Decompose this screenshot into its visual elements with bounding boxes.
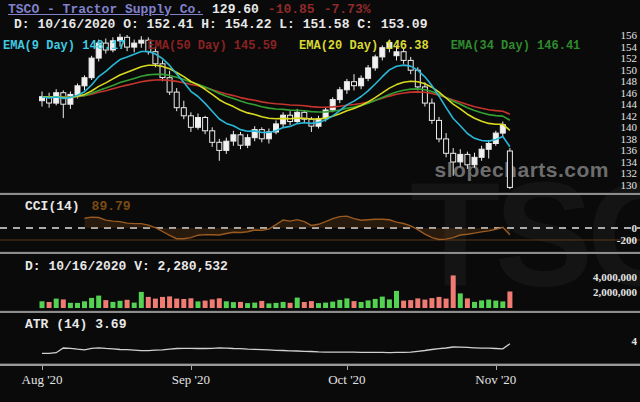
panel-separator — [0, 251, 640, 254]
symbol-link[interactable]: TSCO - Tractor Supply Co. — [8, 2, 203, 17]
price-axis-tick: 134 — [621, 156, 638, 168]
ema-legend-item: EMA(50 Day) 145.59 — [147, 39, 277, 53]
cci-value: 89.79 — [92, 199, 131, 214]
last-price: 129.60 — [212, 2, 259, 17]
panel-separator — [0, 310, 640, 313]
price-axis-tick: 146 — [621, 87, 638, 99]
price-axis-tick: 136 — [621, 144, 638, 156]
price-axis-tick: 130 — [621, 179, 638, 191]
atr-axis-tick: 4 — [632, 335, 638, 347]
x-axis-month-label: Oct '20 — [328, 372, 365, 388]
x-axis-tick-mark — [496, 366, 497, 370]
volume-readout: D: 10/16/2020 V: 2,280,532 — [25, 259, 228, 274]
price-axis-tick: 148 — [621, 75, 638, 87]
price-axis-tick: 144 — [621, 98, 638, 110]
slopecharts-window: TSCO slopecharts.com TSCO - Tractor Supp… — [0, 0, 640, 402]
price-change: -10.85 — [268, 2, 315, 17]
quote-header: TSCO - Tractor Supply Co.129.60-10.85-7.… — [8, 2, 370, 17]
x-axis-month-label: Aug '20 — [22, 372, 63, 388]
price-axis-tick: 132 — [621, 167, 638, 179]
volume-axis-tick: 4,000,000 — [593, 271, 637, 283]
atr-indicator-name: ATR (14) — [25, 317, 87, 332]
volume-axis-tick: 2,000,000 — [593, 286, 637, 298]
price-axis-tick: 142 — [621, 110, 638, 122]
cci-label: CCI(14)89.79 — [25, 199, 131, 214]
price-axis-tick: 154 — [621, 41, 638, 53]
atr-value: 3.69 — [95, 317, 126, 332]
x-axis-month-label: Sep '20 — [172, 372, 210, 388]
atr-label: ATR (14) 3.69 — [25, 317, 126, 332]
cci-indicator-name: CCI(14) — [25, 199, 80, 214]
ema-legend-item: EMA(20 Day) 146.38 — [299, 39, 429, 53]
panel-separator — [0, 363, 640, 366]
price-axis-tick: 140 — [621, 121, 638, 133]
price-axis-tick: 150 — [621, 64, 638, 76]
price-axis-tick: 138 — [621, 133, 638, 145]
cci-axis-tick: 0 — [632, 222, 638, 234]
x-axis-tick-mark — [347, 366, 348, 370]
price-axis-tick: 152 — [621, 52, 638, 64]
cci-axis-tick: -200 — [617, 234, 637, 246]
price-change-pct: -7.73% — [324, 2, 371, 17]
ema-legend-item: EMA(34 Day) 146.41 — [451, 39, 581, 53]
x-axis-tick-mark — [191, 366, 192, 370]
price-axis-tick: 156 — [621, 29, 638, 41]
x-axis-month-label: Nov '20 — [475, 372, 516, 388]
ohlc-readout: D: 10/16/2020 O: 152.41 H: 154.22 L: 151… — [14, 17, 427, 32]
ema-legend: EMA(9 Day) 148.17EMA(50 Day) 145.59EMA(2… — [3, 39, 580, 53]
x-axis-tick-mark — [42, 366, 43, 370]
panel-separator — [0, 192, 640, 195]
ema-legend-item: EMA(9 Day) 148.17 — [3, 39, 125, 53]
